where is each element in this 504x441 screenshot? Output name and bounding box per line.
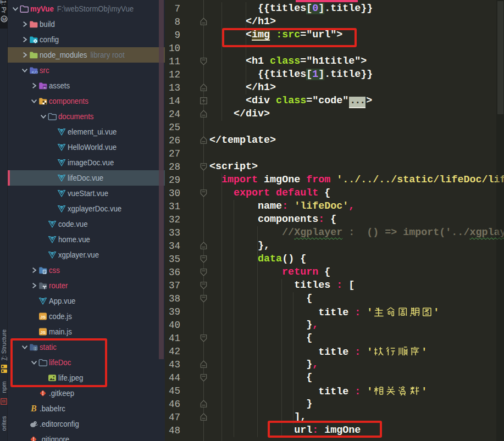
svg-text:M: M — [2, 16, 6, 22]
svg-text:B: B — [30, 404, 37, 413]
svg-text:JS: JS — [40, 315, 46, 320]
svg-text:JS: JS — [40, 330, 46, 335]
svg-text:</>: </> — [31, 70, 38, 75]
